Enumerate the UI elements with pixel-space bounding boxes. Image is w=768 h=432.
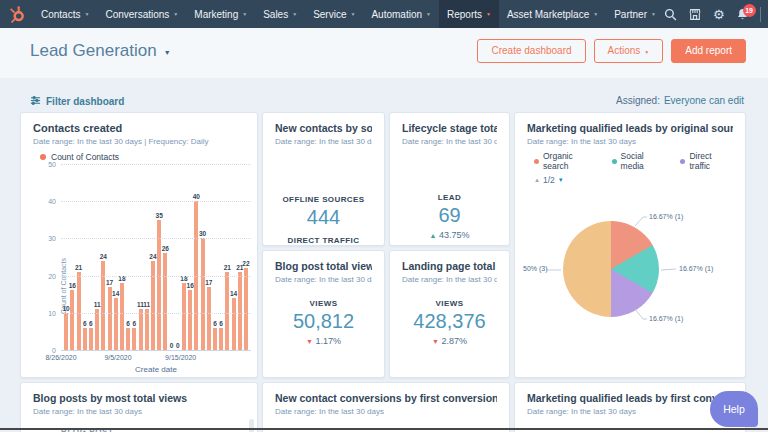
search-icon[interactable] [664, 8, 677, 21]
hubspot-logo-icon[interactable] [0, 0, 33, 28]
x-axis-title: Create date [135, 365, 177, 374]
y-tick: 10 [48, 309, 56, 316]
actions-button[interactable]: Actions▼ [594, 39, 664, 63]
card-scrollbar[interactable] [249, 419, 254, 432]
bar-value-label: 0 [176, 342, 180, 349]
card-title: Marketing qualified leads by first conve… [527, 392, 733, 404]
assigned-label: Assigned: [616, 95, 660, 106]
x-tick: 9/5/2020 [104, 354, 131, 361]
actions-chevron-down-icon: ▼ [644, 49, 649, 55]
pie-slice-label: 50% (3) [523, 265, 548, 272]
gridline [61, 201, 251, 202]
nav-item-reports[interactable]: Reports▼ [439, 0, 499, 28]
y-tick: 0 [52, 347, 56, 354]
metric-label: VIEWS [263, 299, 384, 308]
card-lifecycle-stage-totals: Lifecycle stage totals Date range: In th… [389, 112, 510, 246]
add-report-button[interactable]: Add report [671, 39, 746, 63]
screen-bottom-divider [0, 428, 768, 430]
notifications-bell-icon[interactable]: 19 [736, 8, 749, 21]
card-meta: Date range: In the last 30 days [275, 407, 497, 416]
y-tick: 30 [48, 235, 56, 242]
card-meta: Date range: In the last 30 days [275, 275, 372, 284]
dashboard-header: Lead Generation ▼ Create dashboard Actio… [0, 28, 768, 78]
create-dashboard-button[interactable]: Create dashboard [477, 39, 585, 63]
metric-value[interactable]: 444 [263, 206, 384, 229]
gridline [61, 276, 251, 277]
chevron-down-icon: ▼ [242, 11, 247, 17]
card-title: New contact conversions by first convers… [275, 392, 497, 404]
nav-item-contacts[interactable]: Contacts▼ [33, 0, 97, 28]
metric-label: LEAD [390, 193, 509, 202]
metric-delta: ▼ 1.17% [263, 336, 384, 346]
card-title: Lifecycle stage totals [402, 122, 497, 134]
pie-slice-label: 16.67% (1) [649, 315, 683, 322]
chevron-down-icon: ▼ [651, 11, 656, 17]
card-landing-page-total-views: Landing page total vie... Date range: In… [389, 250, 510, 378]
assigned-row: Assigned:Everyone can edit [616, 95, 744, 106]
metric-value[interactable]: 50,812 [263, 310, 384, 333]
title-chevron-down-icon: ▼ [164, 49, 171, 56]
bar-series: 1016216611241714186611112435260018164030… [63, 164, 249, 350]
chevron-down-icon: ▼ [292, 11, 297, 17]
nav-item-marketing[interactable]: Marketing▼ [186, 0, 255, 28]
chevron-down-icon: ▼ [593, 11, 598, 17]
legend-dot-icon [40, 154, 46, 160]
bar-value-label: 0 [170, 342, 174, 349]
notification-count-badge: 19 [743, 4, 756, 17]
bar-value-label: 6 [213, 320, 217, 327]
bar[interactable]: 22 [243, 164, 249, 350]
nav-item-conversations[interactable]: Conversations▼ [97, 0, 186, 28]
bar-value-label: 22 [242, 260, 249, 267]
card-contacts-created: Contacts created Date range: In the last… [20, 112, 258, 378]
gridline [61, 164, 251, 165]
filter-dashboard-link[interactable]: Filter dashboard [30, 95, 124, 108]
x-tick: 9/15/2020 [165, 354, 196, 361]
bar-value-label: 6 [219, 320, 223, 327]
dashboard-title-selector[interactable]: Lead Generation ▼ [30, 41, 171, 61]
top-nav: Contacts▼Conversations▼Marketing▼Sales▼S… [0, 0, 768, 28]
contacts-created-bar-chart[interactable]: Count of Contacts Create date 8/26/2020 … [61, 164, 251, 350]
card-new-contact-conversions: New contact conversions by first convers… [262, 382, 510, 432]
nav-item-service[interactable]: Service▼ [305, 0, 363, 28]
card-meta: Date range: In the last 30 days [275, 137, 372, 146]
card-title: Blog post total views a... [275, 260, 372, 272]
y-tick: 50 [48, 161, 56, 168]
settings-gear-icon[interactable]: ⚙ [713, 8, 725, 21]
gridline [61, 313, 251, 314]
bar-value-label: 6 [126, 320, 130, 327]
metric-label: VIEWS [390, 299, 509, 308]
card-meta: Date range: In the last 30 days [33, 407, 245, 416]
chevron-down-icon: ▼ [426, 11, 431, 17]
assigned-value-link[interactable]: Everyone can edit [664, 95, 744, 106]
nav-item-automation[interactable]: Automation▼ [363, 0, 439, 28]
card-meta: Date range: In the last 30 days [527, 407, 733, 416]
card-meta: Date range: In the last 30 days | Freque… [33, 137, 245, 146]
card-title: New contacts by source [275, 122, 372, 134]
metric-value[interactable]: 69 [390, 204, 509, 227]
y-tick: 20 [48, 272, 56, 279]
nav-item-partner[interactable]: Partner▼ [606, 0, 664, 28]
card-meta: Date range: In the last 30 days [402, 137, 497, 146]
gridline [61, 350, 251, 351]
nav-menu: Contacts▼Conversations▼Marketing▼Sales▼S… [33, 0, 664, 28]
gridline [61, 238, 251, 239]
metric-delta: ▼ 2.87% [390, 336, 509, 346]
marketplace-icon[interactable] [688, 8, 702, 21]
card-blog-posts-by-views: Blog posts by most total views Date rang… [20, 382, 258, 432]
x-tick: 8/26/2020 [45, 354, 76, 361]
pie-slice-label: 16.67% (1) [679, 265, 713, 272]
up-arrow-icon: ▲ [430, 232, 437, 239]
chevron-down-icon: ▼ [173, 11, 178, 17]
bar-value-label: 6 [83, 320, 87, 327]
down-arrow-icon: ▼ [306, 338, 313, 345]
nav-divider [760, 7, 761, 22]
nav-item-sales[interactable]: Sales▼ [255, 0, 305, 28]
metric-label: OFFLINE SOURCES [263, 195, 384, 204]
chevron-down-icon: ▼ [350, 11, 355, 17]
metric-value[interactable]: 428,376 [390, 310, 509, 333]
nav-item-asset-marketplace[interactable]: Asset Marketplace▼ [499, 0, 606, 28]
page-title: Lead Generation [30, 41, 157, 61]
bar-legend: Count of Contacts [40, 152, 245, 162]
help-button[interactable]: Help [710, 391, 758, 427]
bar-value-label: 6 [89, 320, 93, 327]
